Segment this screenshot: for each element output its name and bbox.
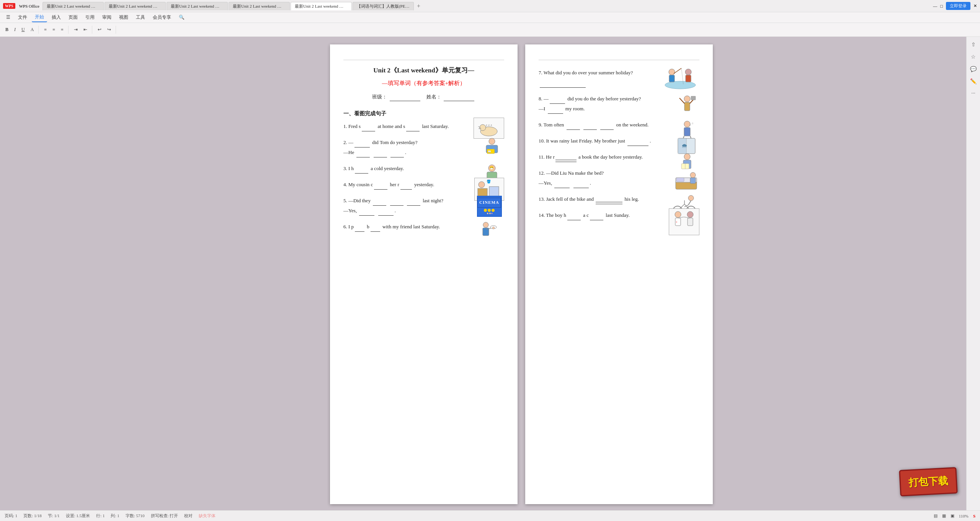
svg-rect-55 (690, 178, 696, 183)
sidebar-pen-icon[interactable]: ✏️ (969, 77, 978, 86)
tab-1[interactable]: 最新Unit 2 Last weekend 单元专项... (42, 2, 104, 10)
illus-q1: z z z (474, 118, 504, 139)
svg-line-36 (679, 98, 684, 103)
class-label: 班级： (372, 94, 387, 100)
menu-hamburger[interactable]: ☰ (3, 13, 13, 21)
toolbar: B I U A ≡ ≡ ≡ ⇥ ⇤ ↩ ↪ (0, 23, 980, 37)
menu-start[interactable]: 开始 (32, 13, 47, 22)
page-2: 7. What did you do over your summer holi… (525, 44, 713, 504)
menu-view[interactable]: 视图 (116, 13, 131, 22)
tab-add-button[interactable]: + (415, 3, 423, 10)
section-1-title: 一、看图完成句子 (343, 109, 504, 118)
layout3-icon[interactable]: ▣ (951, 513, 954, 518)
question-13: 13. Jack fell of the bike and his leg. (539, 194, 699, 204)
maximize-icon[interactable]: □ (940, 4, 943, 8)
svg-point-47 (684, 154, 690, 160)
svg-point-18 (487, 213, 488, 214)
q12-text: 12. —Did Liu Na make the bed? —Yes, . (539, 168, 669, 188)
illus-q2: 📖 (481, 138, 502, 159)
page-1: Unit 2《Last weekend》单元复习— —填写单词（有参考答案+解析… (330, 44, 518, 504)
menu-reference[interactable]: 引用 (82, 13, 98, 22)
question-10: 🌧 10. It was rainy last Friday. My broth… (539, 136, 699, 146)
download-badge[interactable]: 打包下载 (899, 467, 957, 496)
illus-q14: + (669, 208, 699, 235)
tab-5-active[interactable]: 最新Unit 2 Last weekend 单 ... (291, 2, 352, 10)
search-icon[interactable]: 🔍 (176, 13, 188, 21)
toolbar-misc-group: ↩ ↪ (95, 26, 116, 34)
menu-insert[interactable]: 插入 (49, 13, 64, 22)
close-icon[interactable]: ✕ (973, 3, 977, 8)
layout-icon[interactable]: ▤ (934, 513, 938, 518)
toolbar-align-center[interactable]: ≡ (50, 26, 57, 34)
menu-vip[interactable]: 会员专享 (150, 13, 174, 22)
tab-6[interactable]: 【词语与词汇】人教版(PEP)六年级多... (353, 2, 414, 10)
q9-text: 9. Tom often on the weekend. (539, 120, 669, 130)
svg-point-27 (669, 69, 675, 75)
name-blank[interactable] (444, 95, 474, 101)
toolbar-undo[interactable]: ↩ (95, 26, 104, 34)
menu-review[interactable]: 审阅 (99, 13, 114, 22)
illus-q7 (661, 64, 699, 91)
svg-point-31 (685, 69, 691, 75)
question-6: 6. I p b with my friend last Saturday. (343, 222, 504, 232)
sidebar-comment-icon[interactable]: 💬 (969, 64, 978, 74)
sidebar-more-icon[interactable]: ··· (969, 89, 978, 98)
total-pages: 页数: 1/18 (23, 513, 41, 519)
menu-page[interactable]: 页面 (65, 13, 81, 22)
toolbar-italic[interactable]: I (12, 26, 18, 34)
svg-text:+: + (676, 220, 678, 224)
right-sidebar: ⇧ ☆ 💬 ✏️ ··· (966, 37, 980, 510)
svg-line-63 (684, 205, 688, 207)
toolbar-para-group: ≡ ≡ ≡ (42, 26, 68, 34)
toolbar-underline[interactable]: U (19, 26, 27, 34)
tab-4[interactable]: 最新Unit 2 Last weekend 单元专项... (229, 2, 290, 10)
spell-check: 拼写检查: 打开 (151, 513, 178, 519)
page-title: Unit 2《Last weekend》单元复习— (343, 65, 504, 77)
app-title: WPS Office (19, 4, 39, 8)
svg-text:📖: 📖 (488, 150, 491, 153)
toolbar-redo[interactable]: ↪ (105, 26, 113, 34)
question-4: 🪣 4. My cousin c her r yesterday. (343, 180, 504, 190)
q11-text: 11. He r a book the day before yesterday… (539, 152, 669, 162)
svg-rect-34 (684, 102, 690, 111)
font-missing: 缺失字体 (199, 513, 216, 519)
tab-2[interactable]: 最新Unit 2 Last weekend 单元专项... (105, 2, 166, 10)
menu-file[interactable]: 文件 (15, 13, 30, 22)
svg-rect-32 (686, 75, 691, 82)
svg-point-16 (479, 182, 485, 188)
illus-q12 (671, 168, 699, 193)
toolbar-indent[interactable]: ⇥ (72, 26, 80, 34)
sidebar-bookmark-icon[interactable]: ☆ (969, 52, 978, 61)
status-bar: 页码: 1 页数: 1/18 节: 1/1 设置: 1.5厘米 行: 1 列: … (0, 510, 980, 521)
question-8: 8. — did you do the day before yesterday… (539, 94, 699, 114)
left-spacer (0, 37, 77, 510)
svg-point-33 (684, 96, 690, 102)
sidebar-share-icon[interactable]: ⇧ (969, 40, 978, 49)
name-label: 姓名： (426, 94, 441, 100)
question-12: 12. —Did Liu Na make the bed? —Yes, . (539, 168, 699, 188)
illus-q5: CINEMA (474, 194, 504, 219)
layout2-icon[interactable]: ▦ (942, 513, 946, 518)
minimize-icon[interactable]: — (933, 4, 937, 8)
svg-point-61 (688, 195, 694, 201)
question-2: 📖 2. — did Tom do yesterday? —He . (343, 138, 504, 157)
toolbar-outdent[interactable]: ⇤ (81, 26, 90, 34)
svg-text:🌧: 🌧 (681, 143, 688, 149)
cinema-sign: CINEMA (477, 196, 502, 217)
toolbar-align-right[interactable]: ≡ (59, 26, 66, 34)
toolbar-align-left[interactable]: ≡ (42, 26, 49, 34)
menu-bar: ☰ 文件 开始 插入 页面 引用 审阅 视图 工具 会员专享 🔍 (0, 12, 980, 23)
top-bar-right: — □ 立即登录 ✕ (933, 2, 977, 10)
zoom-level: 110% (959, 514, 969, 518)
class-blank[interactable] (390, 95, 420, 101)
toolbar-bold[interactable]: B (3, 26, 11, 34)
toolbar-style-group: ⇥ ⇤ (72, 26, 92, 34)
svg-text:♪: ♪ (689, 123, 691, 127)
tab-3[interactable]: 最新Unit 2 Last weekend 单元专项... (167, 2, 228, 10)
svg-rect-28 (669, 75, 675, 82)
q2-text: 2. — did Tom do yesterday? —He . (343, 138, 474, 157)
login-button[interactable]: 立即登录 (946, 2, 970, 10)
menu-tools[interactable]: 工具 (133, 13, 148, 22)
svg-line-62 (688, 201, 691, 205)
toolbar-fontcolor[interactable]: A (28, 26, 36, 34)
